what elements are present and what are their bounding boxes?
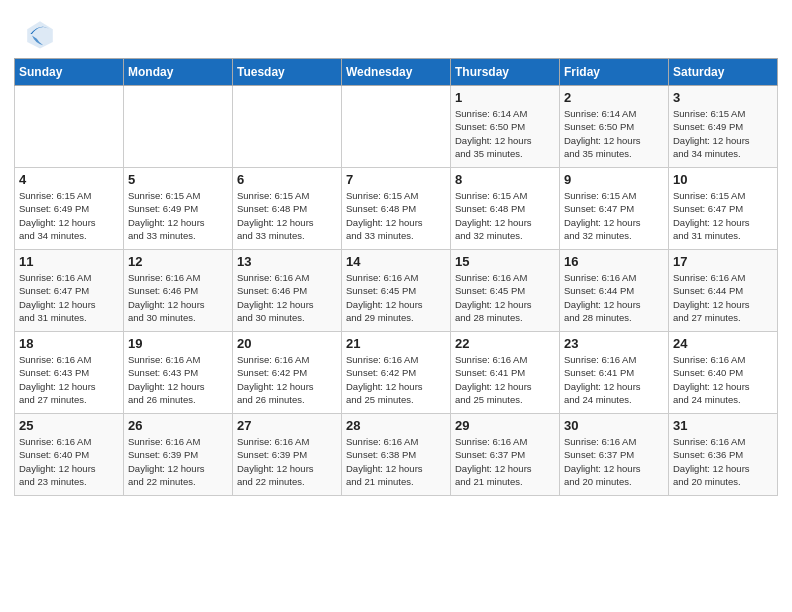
calendar-cell: 14Sunrise: 6:16 AM Sunset: 6:45 PM Dayli… [342, 250, 451, 332]
calendar-cell: 25Sunrise: 6:16 AM Sunset: 6:40 PM Dayli… [15, 414, 124, 496]
calendar-cell: 18Sunrise: 6:16 AM Sunset: 6:43 PM Dayli… [15, 332, 124, 414]
calendar-cell: 13Sunrise: 6:16 AM Sunset: 6:46 PM Dayli… [233, 250, 342, 332]
day-info: Sunrise: 6:15 AM Sunset: 6:48 PM Dayligh… [455, 189, 555, 242]
header-day-saturday: Saturday [669, 59, 778, 86]
day-info: Sunrise: 6:16 AM Sunset: 6:40 PM Dayligh… [19, 435, 119, 488]
calendar-cell: 1Sunrise: 6:14 AM Sunset: 6:50 PM Daylig… [451, 86, 560, 168]
day-info: Sunrise: 6:16 AM Sunset: 6:41 PM Dayligh… [455, 353, 555, 406]
calendar-cell: 2Sunrise: 6:14 AM Sunset: 6:50 PM Daylig… [560, 86, 669, 168]
calendar-cell: 23Sunrise: 6:16 AM Sunset: 6:41 PM Dayli… [560, 332, 669, 414]
calendar-week-5: 25Sunrise: 6:16 AM Sunset: 6:40 PM Dayli… [15, 414, 778, 496]
day-number: 3 [673, 90, 773, 105]
day-number: 1 [455, 90, 555, 105]
calendar-week-3: 11Sunrise: 6:16 AM Sunset: 6:47 PM Dayli… [15, 250, 778, 332]
header-day-monday: Monday [124, 59, 233, 86]
day-info: Sunrise: 6:16 AM Sunset: 6:44 PM Dayligh… [564, 271, 664, 324]
calendar-cell: 28Sunrise: 6:16 AM Sunset: 6:38 PM Dayli… [342, 414, 451, 496]
day-number: 5 [128, 172, 228, 187]
day-info: Sunrise: 6:16 AM Sunset: 6:38 PM Dayligh… [346, 435, 446, 488]
day-number: 9 [564, 172, 664, 187]
day-info: Sunrise: 6:16 AM Sunset: 6:37 PM Dayligh… [564, 435, 664, 488]
day-info: Sunrise: 6:16 AM Sunset: 6:47 PM Dayligh… [19, 271, 119, 324]
day-info: Sunrise: 6:16 AM Sunset: 6:46 PM Dayligh… [128, 271, 228, 324]
day-number: 6 [237, 172, 337, 187]
calendar-cell: 19Sunrise: 6:16 AM Sunset: 6:43 PM Dayli… [124, 332, 233, 414]
day-info: Sunrise: 6:16 AM Sunset: 6:40 PM Dayligh… [673, 353, 773, 406]
day-number: 12 [128, 254, 228, 269]
calendar-week-1: 1Sunrise: 6:14 AM Sunset: 6:50 PM Daylig… [15, 86, 778, 168]
day-number: 31 [673, 418, 773, 433]
day-number: 4 [19, 172, 119, 187]
calendar-header: SundayMondayTuesdayWednesdayThursdayFrid… [15, 59, 778, 86]
day-number: 24 [673, 336, 773, 351]
day-number: 2 [564, 90, 664, 105]
day-info: Sunrise: 6:16 AM Sunset: 6:36 PM Dayligh… [673, 435, 773, 488]
day-number: 27 [237, 418, 337, 433]
day-info: Sunrise: 6:15 AM Sunset: 6:48 PM Dayligh… [237, 189, 337, 242]
calendar-cell: 10Sunrise: 6:15 AM Sunset: 6:47 PM Dayli… [669, 168, 778, 250]
day-number: 11 [19, 254, 119, 269]
calendar-cell: 20Sunrise: 6:16 AM Sunset: 6:42 PM Dayli… [233, 332, 342, 414]
day-number: 26 [128, 418, 228, 433]
day-info: Sunrise: 6:14 AM Sunset: 6:50 PM Dayligh… [455, 107, 555, 160]
day-number: 19 [128, 336, 228, 351]
day-number: 15 [455, 254, 555, 269]
calendar-cell: 29Sunrise: 6:16 AM Sunset: 6:37 PM Dayli… [451, 414, 560, 496]
calendar-cell: 21Sunrise: 6:16 AM Sunset: 6:42 PM Dayli… [342, 332, 451, 414]
calendar-cell: 16Sunrise: 6:16 AM Sunset: 6:44 PM Dayli… [560, 250, 669, 332]
generalblue-logo-icon [24, 18, 56, 50]
header-day-friday: Friday [560, 59, 669, 86]
day-number: 22 [455, 336, 555, 351]
calendar-body: 1Sunrise: 6:14 AM Sunset: 6:50 PM Daylig… [15, 86, 778, 496]
calendar-cell [233, 86, 342, 168]
day-number: 14 [346, 254, 446, 269]
calendar-cell: 17Sunrise: 6:16 AM Sunset: 6:44 PM Dayli… [669, 250, 778, 332]
calendar-cell: 24Sunrise: 6:16 AM Sunset: 6:40 PM Dayli… [669, 332, 778, 414]
day-info: Sunrise: 6:16 AM Sunset: 6:45 PM Dayligh… [455, 271, 555, 324]
day-number: 16 [564, 254, 664, 269]
day-number: 23 [564, 336, 664, 351]
day-info: Sunrise: 6:16 AM Sunset: 6:43 PM Dayligh… [128, 353, 228, 406]
day-info: Sunrise: 6:16 AM Sunset: 6:43 PM Dayligh… [19, 353, 119, 406]
day-info: Sunrise: 6:16 AM Sunset: 6:37 PM Dayligh… [455, 435, 555, 488]
calendar-cell [342, 86, 451, 168]
day-number: 17 [673, 254, 773, 269]
calendar-cell: 3Sunrise: 6:15 AM Sunset: 6:49 PM Daylig… [669, 86, 778, 168]
day-number: 25 [19, 418, 119, 433]
day-number: 13 [237, 254, 337, 269]
calendar-cell: 30Sunrise: 6:16 AM Sunset: 6:37 PM Dayli… [560, 414, 669, 496]
day-info: Sunrise: 6:15 AM Sunset: 6:49 PM Dayligh… [128, 189, 228, 242]
day-info: Sunrise: 6:15 AM Sunset: 6:49 PM Dayligh… [673, 107, 773, 160]
day-info: Sunrise: 6:15 AM Sunset: 6:47 PM Dayligh… [564, 189, 664, 242]
day-number: 7 [346, 172, 446, 187]
calendar-cell: 27Sunrise: 6:16 AM Sunset: 6:39 PM Dayli… [233, 414, 342, 496]
calendar-cell: 5Sunrise: 6:15 AM Sunset: 6:49 PM Daylig… [124, 168, 233, 250]
day-number: 20 [237, 336, 337, 351]
page-header [0, 0, 792, 58]
calendar-cell: 26Sunrise: 6:16 AM Sunset: 6:39 PM Dayli… [124, 414, 233, 496]
header-day-sunday: Sunday [15, 59, 124, 86]
svg-marker-0 [27, 21, 53, 48]
day-info: Sunrise: 6:16 AM Sunset: 6:42 PM Dayligh… [237, 353, 337, 406]
calendar-cell: 6Sunrise: 6:15 AM Sunset: 6:48 PM Daylig… [233, 168, 342, 250]
day-info: Sunrise: 6:16 AM Sunset: 6:39 PM Dayligh… [237, 435, 337, 488]
calendar-cell: 22Sunrise: 6:16 AM Sunset: 6:41 PM Dayli… [451, 332, 560, 414]
calendar-cell: 12Sunrise: 6:16 AM Sunset: 6:46 PM Dayli… [124, 250, 233, 332]
day-info: Sunrise: 6:16 AM Sunset: 6:39 PM Dayligh… [128, 435, 228, 488]
calendar-cell: 4Sunrise: 6:15 AM Sunset: 6:49 PM Daylig… [15, 168, 124, 250]
calendar-cell: 31Sunrise: 6:16 AM Sunset: 6:36 PM Dayli… [669, 414, 778, 496]
calendar-week-2: 4Sunrise: 6:15 AM Sunset: 6:49 PM Daylig… [15, 168, 778, 250]
calendar-cell: 8Sunrise: 6:15 AM Sunset: 6:48 PM Daylig… [451, 168, 560, 250]
day-number: 10 [673, 172, 773, 187]
day-number: 28 [346, 418, 446, 433]
header-day-tuesday: Tuesday [233, 59, 342, 86]
calendar-cell: 15Sunrise: 6:16 AM Sunset: 6:45 PM Dayli… [451, 250, 560, 332]
day-info: Sunrise: 6:15 AM Sunset: 6:48 PM Dayligh… [346, 189, 446, 242]
logo [24, 18, 60, 50]
header-row: SundayMondayTuesdayWednesdayThursdayFrid… [15, 59, 778, 86]
calendar: SundayMondayTuesdayWednesdayThursdayFrid… [0, 58, 792, 506]
calendar-cell [15, 86, 124, 168]
day-number: 30 [564, 418, 664, 433]
header-day-wednesday: Wednesday [342, 59, 451, 86]
calendar-cell: 7Sunrise: 6:15 AM Sunset: 6:48 PM Daylig… [342, 168, 451, 250]
